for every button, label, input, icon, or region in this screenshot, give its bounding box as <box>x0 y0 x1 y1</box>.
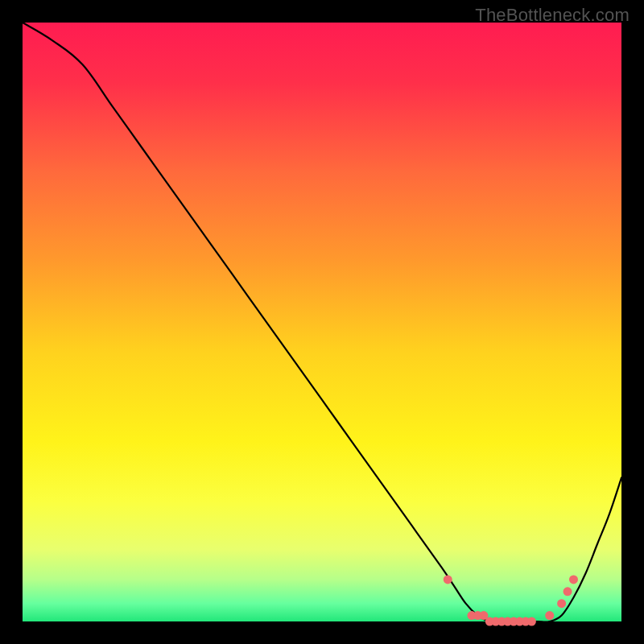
bottleneck-curve <box>23 23 621 622</box>
marker-dot <box>444 575 452 584</box>
watermark-text: TheBottleneck.com <box>475 5 630 26</box>
marker-dot <box>545 611 554 620</box>
marker-dot <box>557 599 566 608</box>
curve-layer <box>23 23 621 621</box>
plot-area <box>23 23 621 621</box>
marker-dot <box>564 587 572 596</box>
marker-dot <box>569 575 578 584</box>
marker-dot <box>527 617 536 626</box>
